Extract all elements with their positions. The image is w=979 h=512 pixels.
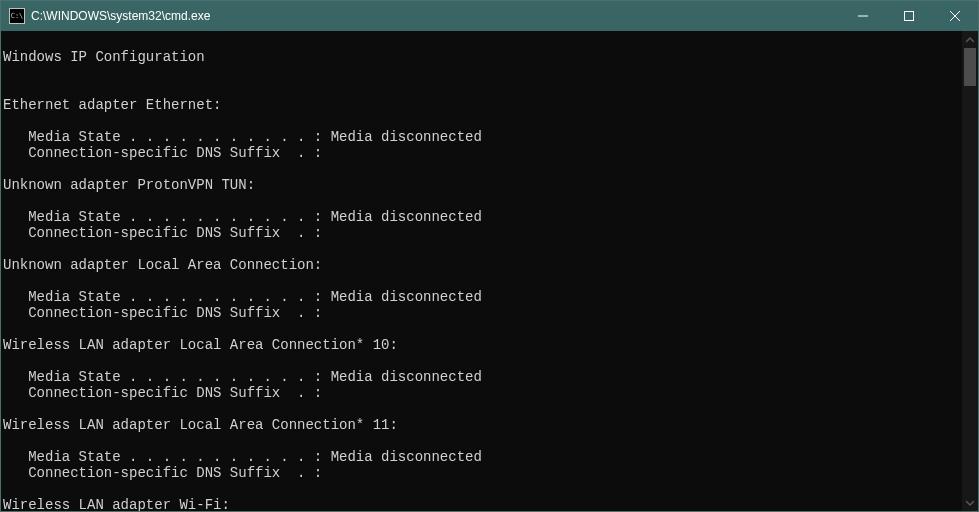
window-controls: [840, 1, 978, 31]
maximize-icon: [904, 11, 914, 21]
vertical-scrollbar[interactable]: [962, 31, 978, 511]
minimize-button[interactable]: [840, 1, 886, 31]
terminal-line: [3, 33, 978, 49]
terminal-line: Connection-specific DNS Suffix . :: [3, 385, 978, 401]
terminal-line: Media State . . . . . . . . . . . : Medi…: [3, 449, 978, 465]
terminal-line: Media State . . . . . . . . . . . : Medi…: [3, 209, 978, 225]
terminal-line: Wireless LAN adapter Local Area Connecti…: [3, 417, 978, 433]
scroll-down-button[interactable]: [962, 494, 978, 511]
chevron-down-icon: [966, 499, 974, 507]
terminal-line: [3, 241, 978, 257]
terminal-line: Unknown adapter ProtonVPN TUN:: [3, 177, 978, 193]
terminal-line: [3, 321, 978, 337]
scroll-up-button[interactable]: [962, 31, 978, 48]
window-title: C:\WINDOWS\system32\cmd.exe: [31, 9, 840, 23]
minimize-icon: [858, 11, 868, 21]
terminal-line: Windows IP Configuration: [3, 49, 978, 65]
terminal-line: Connection-specific DNS Suffix . :: [3, 465, 978, 481]
terminal-line: Connection-specific DNS Suffix . :: [3, 145, 978, 161]
scroll-thumb[interactable]: [964, 48, 976, 86]
svg-rect-1: [905, 12, 914, 21]
terminal-line: Unknown adapter Local Area Connection:: [3, 257, 978, 273]
close-button[interactable]: [932, 1, 978, 31]
scroll-track[interactable]: [962, 48, 978, 494]
cmd-window: C:\ C:\WINDOWS\system32\cmd.exe Windows …: [0, 0, 979, 512]
client-area: Windows IP Configuration Ethernet adapte…: [1, 31, 978, 511]
terminal-line: Ethernet adapter Ethernet:: [3, 97, 978, 113]
terminal-line: [3, 433, 978, 449]
terminal-line: [3, 353, 978, 369]
maximize-button[interactable]: [886, 1, 932, 31]
terminal-line: Connection-specific DNS Suffix . :: [3, 225, 978, 241]
terminal-line: [3, 113, 978, 129]
terminal-line: [3, 193, 978, 209]
terminal-line: Media State . . . . . . . . . . . : Medi…: [3, 289, 978, 305]
cmd-icon: C:\: [9, 8, 25, 24]
terminal-line: [3, 401, 978, 417]
terminal-line: Media State . . . . . . . . . . . : Medi…: [3, 129, 978, 145]
terminal-line: [3, 273, 978, 289]
terminal-line: [3, 65, 978, 81]
terminal-line: [3, 481, 978, 497]
terminal-line: Wireless LAN adapter Local Area Connecti…: [3, 337, 978, 353]
terminal-line: Connection-specific DNS Suffix . :: [3, 305, 978, 321]
terminal-line: Wireless LAN adapter Wi-Fi:: [3, 497, 978, 511]
terminal-line: [3, 161, 978, 177]
chevron-up-icon: [966, 36, 974, 44]
terminal-line: Media State . . . . . . . . . . . : Medi…: [3, 369, 978, 385]
close-icon: [950, 11, 960, 21]
terminal-line: [3, 81, 978, 97]
terminal-output[interactable]: Windows IP Configuration Ethernet adapte…: [1, 31, 978, 511]
titlebar[interactable]: C:\ C:\WINDOWS\system32\cmd.exe: [1, 1, 978, 31]
